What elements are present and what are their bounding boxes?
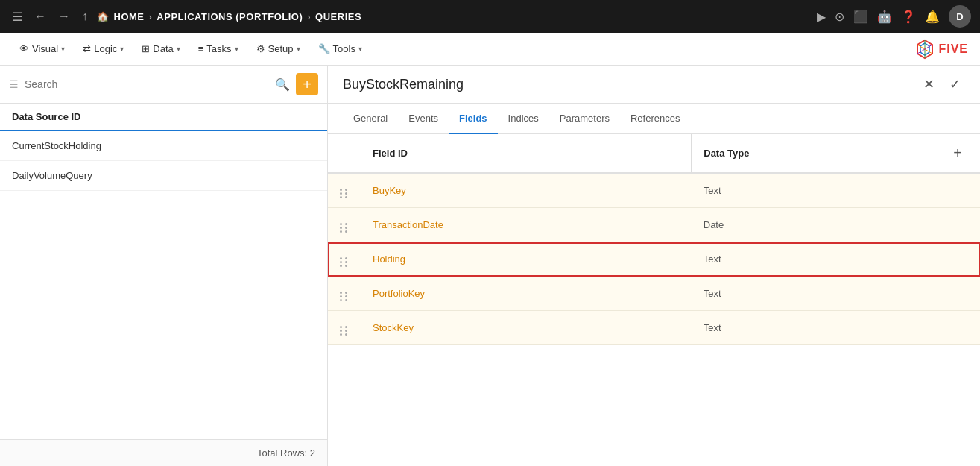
search-input[interactable] (25, 78, 269, 90)
breadcrumb-queries[interactable]: QUERIES (315, 11, 361, 22)
menu-logic-label: Logic (94, 43, 117, 54)
tab-references[interactable]: References (620, 104, 690, 134)
table-row[interactable]: StockKey Text (328, 311, 980, 345)
field-id-cell: StockKey (361, 311, 692, 345)
menu-setup[interactable]: ⚙ Setup ▾ (249, 39, 308, 59)
sidebar-search-bar: ☰ 🔍 + (0, 66, 327, 104)
table-row[interactable]: Holding Text (328, 242, 980, 277)
sidebar-item-label: DailyVolumeQuery (12, 170, 92, 181)
tab-fields[interactable]: Fields (449, 104, 498, 134)
confirm-button[interactable]: ✓ (945, 75, 965, 94)
fields-table: Field ID Data Type + (328, 134, 980, 345)
stop-icon[interactable]: ⬛ (853, 10, 868, 24)
five-brand: FIVE (914, 39, 968, 60)
close-button[interactable]: ✕ (919, 75, 939, 94)
field-id-cell: Holding (361, 242, 692, 277)
add-button[interactable]: + (296, 73, 318, 95)
home-icon: 🏠 (97, 11, 110, 22)
fields-table-container: Field ID Data Type + (328, 134, 980, 466)
menu-setup-label: Setup (268, 43, 294, 54)
search-icon[interactable]: 🔍 (275, 78, 290, 92)
field-id-cell: PortfolioKey (361, 277, 692, 311)
menu-bar: 👁 Visual ▾ ⇄ Logic ▾ ⊞ Data ▾ ≡ Tasks ▾ … (0, 33, 980, 66)
breadcrumb-sep-2: › (307, 11, 311, 22)
drag-dots-icon (340, 223, 349, 233)
row-action-cell (935, 173, 980, 208)
table-row[interactable]: PortfolioKey Text (328, 277, 980, 311)
sidebar-item-label: CurrentStockHolding (12, 140, 101, 151)
drag-dots-icon (340, 257, 349, 267)
drag-dots-icon (340, 189, 349, 198)
col-add-header: + (935, 134, 980, 173)
menu-tools[interactable]: 🔧 Tools ▾ (311, 39, 370, 59)
menu-data-label: Data (153, 43, 173, 54)
tab-parameters[interactable]: Parameters (549, 104, 620, 134)
drag-handle (328, 173, 361, 208)
tools-icon: 🔧 (318, 43, 330, 54)
help-icon[interactable]: ❓ (901, 10, 916, 24)
tab-events[interactable]: Events (398, 104, 449, 134)
drag-handle (328, 208, 361, 242)
sidebar-item-dailyvolumequery[interactable]: DailyVolumeQuery (0, 161, 327, 191)
breadcrumb-app[interactable]: APPLICATIONS (PORTFOLIO) (157, 11, 303, 22)
five-brand-name: FIVE (938, 42, 968, 56)
breadcrumb-home[interactable]: HOME (114, 11, 145, 22)
col-fieldid-header: Field ID (361, 134, 692, 173)
tab-general[interactable]: General (343, 104, 398, 134)
tabs: General Events Fields Indices Parameters… (328, 104, 980, 134)
table-row[interactable]: BuyKey Text (328, 173, 980, 208)
field-id-cell: TransactionDate (361, 208, 692, 242)
data-type-cell: Text (692, 277, 936, 311)
add-row-button[interactable]: + (947, 142, 968, 165)
forward-icon[interactable]: → (55, 7, 73, 26)
content-title: BuyStockRemaining (343, 77, 910, 92)
menu-tools-label: Tools (333, 43, 355, 54)
row-action-cell (935, 311, 980, 345)
menu-tasks-label: Tasks (206, 43, 231, 54)
drag-dots-icon (340, 292, 349, 301)
data-type-cell: Text (692, 311, 936, 345)
data-caret: ▾ (177, 45, 180, 53)
sidebar-item-currentstockholding[interactable]: CurrentStockHolding (0, 131, 327, 161)
top-navigation: ☰ ← → ↑ 🏠 HOME › APPLICATIONS (PORTFOLIO… (0, 0, 980, 33)
row-action-cell (935, 208, 980, 242)
setup-icon: ⚙ (256, 43, 265, 54)
hamburger-icon[interactable]: ☰ (9, 7, 25, 27)
table-body: BuyKey Text TransactionDate Date Holding… (328, 173, 980, 345)
tasks-icon: ≡ (198, 43, 204, 54)
setup-caret: ▾ (297, 45, 300, 53)
nav-right-icons: ▶ ⊙ ⬛ 🤖 ❓ 🔔 D (817, 5, 971, 28)
content-panel: BuyStockRemaining ✕ ✓ General Events Fie… (328, 66, 980, 466)
drag-dots-icon (340, 326, 349, 336)
data-type-cell: Text (692, 242, 936, 277)
table-row[interactable]: TransactionDate Date (328, 208, 980, 242)
search-icon[interactable]: ⊙ (835, 10, 844, 24)
play-icon[interactable]: ▶ (817, 10, 826, 24)
sidebar-list: CurrentStockHolding DailyVolumeQuery (0, 131, 327, 439)
row-action-cell (935, 277, 980, 311)
robot-icon[interactable]: 🤖 (877, 10, 892, 24)
drag-handle (328, 242, 361, 277)
col-drag-header (328, 134, 361, 173)
table-header-row: Field ID Data Type + (328, 134, 980, 173)
menu-visual[interactable]: 👁 Visual ▾ (12, 39, 72, 59)
row-action-cell (935, 242, 980, 277)
user-avatar[interactable]: D (949, 5, 971, 28)
content-header: BuyStockRemaining ✕ ✓ (328, 66, 980, 104)
menu-data[interactable]: ⊞ Data ▾ (134, 39, 187, 59)
sidebar-column-header: Data Source ID (0, 104, 327, 131)
breadcrumb-sep-1: › (149, 11, 153, 22)
tab-indices[interactable]: Indices (498, 104, 549, 134)
menu-logic[interactable]: ⇄ Logic ▾ (75, 39, 131, 59)
data-icon: ⊞ (142, 43, 150, 54)
back-icon[interactable]: ← (31, 7, 49, 26)
visual-icon: 👁 (19, 43, 29, 54)
tasks-caret: ▾ (235, 45, 238, 53)
sidebar-footer: Total Rows: 2 (0, 439, 327, 466)
drag-handle (328, 277, 361, 311)
up-icon[interactable]: ↑ (79, 7, 91, 26)
bell-icon[interactable]: 🔔 (925, 10, 940, 24)
five-logo-icon (914, 39, 935, 60)
sidebar-header-label: Data Source ID (12, 111, 80, 122)
menu-tasks[interactable]: ≡ Tasks ▾ (191, 39, 246, 59)
